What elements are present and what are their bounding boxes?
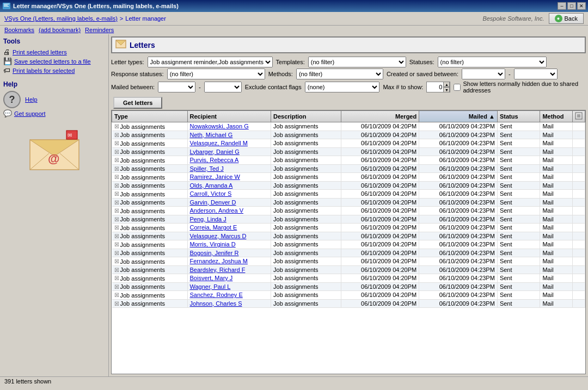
col-description[interactable]: Description [271, 111, 341, 122]
sidebar-item-print-selected[interactable]: 🖨 Print selected letters [3, 47, 105, 57]
window-controls[interactable]: – □ ✕ [558, 2, 586, 10]
minimize-button[interactable]: – [558, 2, 566, 10]
table-row[interactable]: ☒ Job assignmentsBeardsley, Richard FJob… [112, 265, 585, 274]
col-merged[interactable]: Merged [341, 111, 419, 122]
table-row[interactable]: ☒ Job assignmentsNeth, Michael GJob assi… [112, 131, 585, 139]
max-spinner[interactable]: 0 ▲ ▼ [426, 82, 450, 92]
cell-merged: 06/10/2009 04:20PM [341, 282, 419, 291]
table-row[interactable]: ☒ Job assignmentsBogosin, Jenifer RJob a… [112, 249, 585, 257]
get-letters-button[interactable]: Get letters [113, 97, 162, 109]
get-support-link[interactable]: Get support [14, 110, 45, 117]
templates-select[interactable]: (no filter) [308, 57, 406, 67]
methods-select[interactable]: (no filter) [296, 69, 383, 79]
cell-status: Sent [497, 181, 540, 190]
spin-buttons[interactable]: ▲ ▼ [443, 82, 450, 92]
breadcrumb-root[interactable]: VSys One (Letters, mailing labels, e-mai… [4, 15, 118, 22]
print-selected-link[interactable]: Print selected letters [13, 49, 67, 55]
show-hidden-checkbox[interactable] [454, 84, 461, 91]
panel-title: Letters [130, 41, 155, 49]
cell-extra [572, 156, 585, 165]
cell-mailed: 06/10/2009 04:23PM [419, 257, 498, 266]
table-row[interactable]: ☒ Job assignmentsRamirez, Janice WJob as… [112, 173, 585, 182]
letters-table-container[interactable]: Type Recipient Description Merged Mailed… [111, 110, 586, 374]
table-row[interactable]: ☒ Job assignmentsLybarger, Daniel GJob a… [112, 147, 585, 156]
close-button[interactable]: ✕ [577, 2, 586, 10]
cell-description: Job assignments [271, 190, 341, 199]
max-input[interactable]: 0 [427, 82, 443, 92]
cell-recipient: Spiller, Ted J [187, 164, 271, 173]
spin-down[interactable]: ▼ [443, 87, 450, 92]
cell-recipient: Boisvert, Mary J [187, 274, 271, 283]
table-row[interactable]: ☒ Job assignmentsVelasquez, Randell MJob… [112, 139, 585, 148]
cell-merged: 06/10/2009 04:20PM [341, 131, 419, 139]
col-recipient[interactable]: Recipient [187, 111, 271, 122]
cell-mailed: 06/10/2009 04:23PM [419, 282, 498, 291]
cell-extra [572, 291, 585, 300]
add-bookmark-link[interactable]: (add bookmark) [39, 27, 81, 33]
mailed-between-label: Mailed between: [111, 84, 155, 90]
restore-button[interactable]: □ [567, 2, 576, 10]
cell-recipient: Peng, Linda J [187, 215, 271, 224]
cell-extra [572, 274, 585, 283]
table-row[interactable]: ☒ Job assignmentsAnderson, Andrea VJob a… [112, 207, 585, 215]
bookmarks-link[interactable]: Bookmarks [4, 27, 34, 33]
mailed-from-select[interactable] [158, 82, 195, 92]
table-row[interactable]: ☒ Job assignmentsFernandez, Joshua MJob … [112, 257, 585, 266]
print-labels-link[interactable]: Print labels for selected [13, 67, 75, 74]
table-row[interactable]: ☒ Job assignmentsMorris, Virginia DJob a… [112, 240, 585, 249]
show-hidden-text: Show letters normally hidden due to shar… [463, 81, 586, 94]
cell-type: ☒ Job assignments [112, 122, 188, 131]
cell-mailed: 06/10/2009 04:23PM [419, 139, 498, 148]
col-type[interactable]: Type [112, 111, 188, 122]
cell-merged: 06/10/2009 04:20PM [341, 249, 419, 257]
cell-merged: 06/10/2009 04:20PM [341, 173, 419, 182]
cell-description: Job assignments [271, 257, 341, 266]
col-status[interactable]: Status [497, 111, 540, 122]
mailed-to-select[interactable] [204, 82, 242, 92]
back-button[interactable]: ● Back [549, 13, 584, 24]
cell-method: Mail [540, 164, 573, 173]
response-statuses-select[interactable]: (no filter) [167, 69, 265, 79]
right-panel: Letters Letter types: Job assignment rem… [109, 34, 588, 376]
created-to-select[interactable] [514, 69, 558, 79]
letter-types-select[interactable]: Job assignment reminder,Job assignments [148, 57, 273, 67]
col-mailed[interactable]: Mailed ▲ [419, 111, 498, 122]
exclude-select[interactable]: (none) [305, 82, 380, 92]
created-from-select[interactable] [462, 69, 505, 79]
table-row[interactable]: ☒ Job assignmentsJohnson, Charles SJob a… [112, 299, 585, 308]
help-link[interactable]: Help [25, 96, 38, 103]
table-row[interactable]: ☒ Job assignmentsPurvis, Rebecca AJob as… [112, 156, 585, 165]
table-row[interactable]: ☒ Job assignmentsSpiller, Ted JJob assig… [112, 164, 585, 173]
spin-up[interactable]: ▲ [443, 82, 450, 87]
table-row[interactable]: ☒ Job assignmentsPeng, Linda JJob assign… [112, 215, 585, 224]
cell-status: Sent [497, 232, 540, 240]
table-row[interactable]: ☒ Job assignmentsCorreia, Margot EJob as… [112, 224, 585, 232]
bookmark-bar: Bookmarks (add bookmark) Reminders [0, 26, 588, 34]
sidebar-item-get-support[interactable]: 💬 Get support [3, 109, 105, 118]
table-row[interactable]: ☒ Job assignmentsCarroll, Victor SJob as… [112, 190, 585, 199]
sidebar-item-help[interactable]: ? Help [3, 90, 105, 109]
cell-description: Job assignments [271, 224, 341, 232]
col-method[interactable]: Method [540, 111, 573, 122]
table-row[interactable]: ☒ Job assignmentsOlds, Amanda AJob assig… [112, 181, 585, 190]
table-row[interactable]: ☒ Job assignmentsBoisvert, Mary JJob ass… [112, 274, 585, 283]
show-hidden-label[interactable]: Show letters normally hidden due to shar… [454, 81, 586, 94]
table-row[interactable]: ☒ Job assignmentsVelasquez, Marcus DJob … [112, 232, 585, 240]
reminders-link[interactable]: Reminders [85, 27, 114, 33]
table-row[interactable]: ☒ Job assignmentsWagner, Paul LJob assig… [112, 282, 585, 291]
cell-extra [572, 282, 585, 291]
sidebar-item-print-labels[interactable]: 🏷 Print labels for selected [3, 66, 105, 75]
save-selected-link[interactable]: Save selected letters to a file [14, 58, 91, 65]
cell-description: Job assignments [271, 265, 341, 274]
cell-status: Sent [497, 240, 540, 249]
sidebar-item-save-selected[interactable]: 💾 Save selected letters to a file [3, 57, 105, 66]
help-section-title: Help [3, 81, 105, 88]
table-row[interactable]: ☒ Job assignmentsGarvin, Denver DJob ass… [112, 198, 585, 207]
cell-extra [572, 224, 585, 232]
cell-merged: 06/10/2009 04:20PM [341, 156, 419, 165]
statuses-select[interactable]: (no filter) [438, 57, 547, 67]
app-icon [2, 2, 11, 10]
table-row[interactable]: ☒ Job assignmentsSanchez, Rodney EJob as… [112, 291, 585, 300]
table-row[interactable]: ☒ Job assignmentsNowakowski, Jason GJob … [112, 122, 585, 131]
filter-row-2: Response statuses: (no filter) Methods: … [111, 69, 586, 79]
